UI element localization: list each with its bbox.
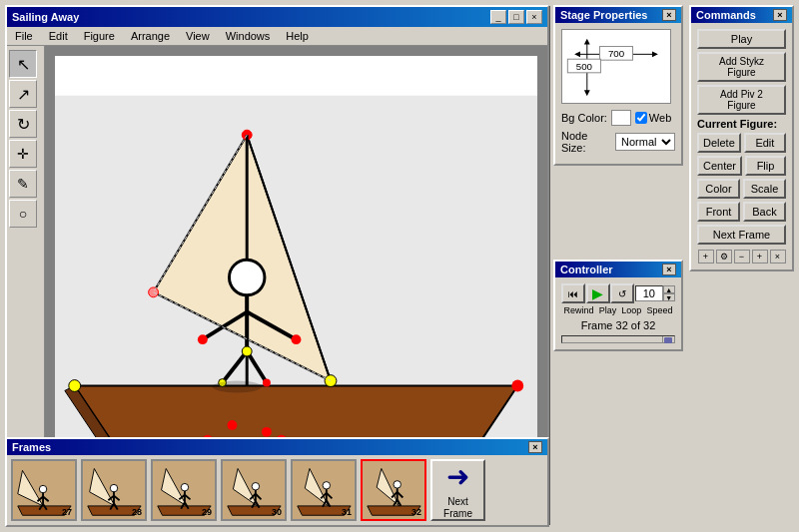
menu-arrange[interactable]: Arrange — [127, 29, 174, 43]
speed-input[interactable]: 10 — [635, 285, 663, 301]
tool-cursor[interactable]: ↖ — [9, 50, 37, 78]
menu-file[interactable]: File — [11, 29, 37, 43]
next-frame-cmd-button[interactable]: Next Frame — [697, 225, 786, 245]
frame-thumb-31[interactable]: 31 — [291, 459, 357, 521]
back-button[interactable]: Back — [743, 202, 786, 222]
frame-32-number: 32 — [411, 507, 421, 517]
web-checkbox[interactable] — [635, 112, 647, 124]
maximize-button[interactable]: □ — [508, 10, 524, 24]
frame-28-number: 28 — [132, 507, 142, 517]
cmd-icon-gear[interactable]: ⚙ — [716, 250, 732, 264]
next-frame-button[interactable]: ➜ NextFrame — [430, 459, 485, 521]
bg-color-swatch[interactable] — [611, 110, 631, 126]
menu-figure[interactable]: Figure — [80, 29, 119, 43]
frame-thumb-27[interactable]: 27 — [11, 459, 77, 521]
edit-button[interactable]: Edit — [744, 133, 786, 153]
flip-button[interactable]: Flip — [745, 156, 786, 176]
center-button[interactable]: Center — [697, 156, 742, 176]
node-size-select[interactable]: Small Normal Large — [615, 133, 675, 151]
frame-30-number: 30 — [272, 507, 282, 517]
svg-point-9 — [229, 260, 264, 294]
commands-title: Commands — [696, 9, 756, 21]
stage-properties-panel: Stage Properties × 700 500 — [553, 5, 683, 166]
tool-crosshair[interactable]: ✛ — [9, 140, 37, 168]
svg-marker-86 — [574, 51, 580, 57]
svg-point-17 — [242, 346, 252, 356]
controller-panel: Controller × ⏮ ▶ ↺ 10 ▲ ▼ Rewind Play Lo… — [553, 260, 683, 351]
frames-close-button[interactable]: × — [528, 441, 542, 453]
play-ctrl-button[interactable]: ▶ — [586, 283, 610, 303]
web-label: Web — [649, 112, 671, 124]
color-button[interactable]: Color — [697, 179, 740, 199]
svg-point-30 — [511, 380, 523, 392]
loop-label: Loop — [621, 305, 641, 315]
rewind-button[interactable]: ⏮ — [561, 283, 585, 303]
menu-windows[interactable]: Windows — [222, 29, 275, 43]
frame-thumb-30[interactable]: 30 — [221, 459, 287, 521]
cmd-icon-add[interactable]: + — [752, 250, 768, 264]
commands-close[interactable]: × — [773, 9, 787, 21]
minimize-button[interactable]: _ — [490, 10, 506, 24]
svg-point-16 — [292, 334, 302, 344]
svg-marker-91 — [584, 39, 590, 45]
frame-status: Frame 32 of 32 — [561, 319, 675, 331]
frames-panel: Frames × 27 — [5, 437, 549, 527]
scale-button[interactable]: Scale — [743, 179, 786, 199]
timeline-scrollbar[interactable] — [561, 335, 675, 343]
stage-props-title: Stage Properties — [560, 9, 647, 21]
menu-help[interactable]: Help — [282, 29, 313, 43]
node-size-label: Node Size: — [561, 130, 611, 154]
ctrl-buttons-row: ⏮ ▶ ↺ 10 ▲ ▼ — [561, 283, 675, 303]
svg-marker-1 — [75, 386, 518, 445]
title-bar-buttons: _ □ × — [490, 10, 542, 24]
ctrl-labels-row: Rewind Play Loop Speed — [561, 305, 675, 315]
add-piv-button[interactable]: Add Piv 2 Figure — [697, 85, 786, 115]
speed-label: Speed — [646, 305, 672, 315]
commands-bottom-icons: + ⚙ − + × — [697, 250, 786, 264]
svg-marker-92 — [584, 90, 590, 96]
play-button[interactable]: Play — [697, 29, 786, 49]
speed-up-button[interactable]: ▲ — [663, 285, 675, 293]
add-stykz-button[interactable]: Add Stykz Figure — [697, 52, 786, 82]
next-frame-arrow: ➜ — [446, 460, 469, 493]
play-label: Play — [599, 305, 617, 315]
frame-thumb-29[interactable]: 29 — [151, 459, 217, 521]
delete-button[interactable]: Delete — [697, 133, 741, 153]
rewind-label: Rewind — [564, 305, 594, 315]
speed-down-button[interactable]: ▼ — [663, 293, 675, 301]
next-frame-label: NextFrame — [443, 496, 472, 520]
tool-pen[interactable]: ✎ — [9, 170, 37, 198]
bg-color-label: Bg Color: — [561, 112, 607, 124]
web-checkbox-area: Web — [635, 112, 671, 124]
close-button[interactable]: × — [526, 10, 542, 24]
frame-thumb-32[interactable]: 32 — [361, 459, 426, 521]
svg-point-28 — [213, 381, 262, 393]
svg-point-79 — [394, 481, 400, 488]
loop-button[interactable]: ↺ — [610, 283, 634, 303]
svg-point-70 — [323, 482, 330, 489]
menu-view[interactable]: View — [182, 29, 214, 43]
current-figure-label: Current Figure: — [697, 118, 786, 130]
tool-circle[interactable]: ○ — [9, 200, 37, 228]
svg-text:500: 500 — [576, 61, 593, 72]
app-title: Sailing Away — [12, 11, 79, 23]
cmd-icon-close[interactable]: × — [770, 250, 786, 264]
controller-title-bar: Controller × — [555, 262, 681, 277]
tool-cursor-alt[interactable]: ↗ — [9, 80, 37, 108]
frames-title-bar: Frames × — [7, 439, 547, 455]
svg-point-15 — [198, 334, 208, 344]
controller-title: Controller — [560, 264, 613, 275]
tool-rotate[interactable]: ↻ — [9, 110, 37, 138]
frame-thumb-28[interactable]: 28 — [81, 459, 147, 521]
controller-close[interactable]: × — [662, 264, 676, 275]
front-button[interactable]: Front — [697, 202, 740, 222]
menu-edit[interactable]: Edit — [45, 29, 72, 43]
stage-props-content: 700 500 Bg Color: Web Node Size: — [555, 23, 681, 164]
center-flip-row: Center Flip — [697, 156, 786, 176]
stage-props-close[interactable]: × — [662, 9, 676, 21]
svg-point-43 — [110, 484, 117, 491]
cmd-icon-plus[interactable]: + — [698, 250, 714, 264]
bg-color-row: Bg Color: Web — [561, 110, 675, 126]
commands-content: Play Add Stykz Figure Add Piv 2 Figure C… — [691, 23, 792, 269]
cmd-icon-minus[interactable]: − — [734, 250, 750, 264]
